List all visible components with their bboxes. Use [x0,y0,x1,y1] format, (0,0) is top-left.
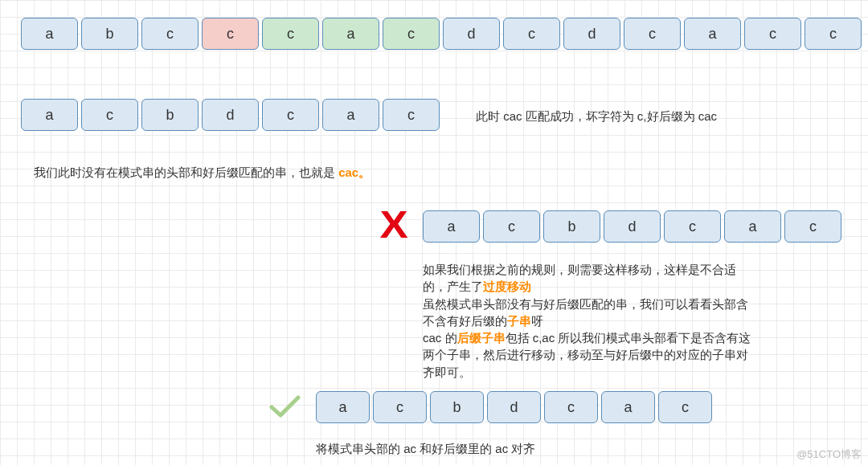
pattern2-cell-2: b [543,210,600,243]
text-string-cell-10: c [624,18,681,50]
text-string-cell-11: a [684,18,741,50]
pattern1-cell-3: d [202,99,259,131]
pattern3-cell-4: c [544,391,598,423]
pattern-row-correct-shift: acbdcac [316,391,712,423]
pattern3-cell-5: a [601,391,655,423]
pattern3-cell-3: d [487,391,541,423]
text-string-cell-8: c [503,18,560,50]
text-string-cell-6: c [383,18,440,50]
note-no-suffix-match-text: 我们此时没有在模式串的头部和好后缀匹配的串，也就是 [34,165,338,179]
watermark: @51CTO博客 [796,447,862,462]
pattern-row-wrong-shift: acbdcac [423,210,841,243]
cross-icon: X [379,202,407,247]
text-string-cell-5: a [322,18,379,50]
text-string-cell-0: a [21,18,78,50]
text-string-cell-2: c [141,18,199,50]
para-l5a: cac 的 [423,331,457,345]
text-string-cell-4: c [262,18,319,50]
pattern2-cell-5: a [724,210,781,243]
note-highlight-cac: cac。 [338,165,371,179]
text-string-cell-12: c [744,18,801,50]
pattern2-cell-1: c [483,210,540,243]
para-l2a: 的，产生了 [423,279,483,293]
text-string-cell-13: c [805,18,862,50]
para-l5c: 包括 c,ac 所以我们模式串头部看下是否含有这 [506,331,751,345]
pattern3-cell-2: b [430,391,484,423]
pattern-row-1: acbdcac [21,99,440,131]
pattern3-cell-1: c [373,391,427,423]
text-string-row: abcccacdcdcacc [21,18,862,50]
pattern1-cell-6: c [383,99,440,131]
text-string-cell-3: c [202,18,259,50]
pattern1-cell-2: b [141,99,199,131]
pattern1-cell-0: a [21,99,78,131]
pattern2-cell-0: a [423,210,480,243]
para-l6: 两个子串，然后进行移动，移动至与好后缀中的对应的子串对 [423,348,748,361]
pattern1-cell-5: a [322,99,379,131]
text-string-cell-9: d [563,18,620,50]
text-string-cell-7: d [443,18,500,50]
pattern2-cell-4: c [664,210,721,243]
para-l4a: 不含有好后缀的 [423,314,507,328]
pattern2-cell-3: d [604,210,661,243]
pattern3-cell-6: c [658,391,712,423]
bottom-note: 将模式串头部的 ac 和好后缀里的 ac 对齐 [316,440,535,459]
pattern1-cell-1: c [81,99,138,131]
pattern1-cell-4: c [262,99,319,131]
para-overshift: 过度移动 [483,279,531,293]
note-match-result: 此时 cac 匹配成功，坏字符为 c,好后缀为 cac [476,108,717,126]
pattern3-cell-0: a [316,391,370,423]
para-l7: 齐即可。 [423,365,471,379]
note-no-suffix-match: 我们此时没有在模式串的头部和好后缀匹配的串，也就是 cac。 [34,164,371,182]
para-suffix-substring: 后缀子串 [457,331,506,345]
para-l3: 虽然模式串头部没有与好后缀匹配的串，我们可以看看头部含 [423,297,748,311]
para-l4c: 呀 [531,314,543,328]
pattern2-cell-6: c [784,210,841,243]
para-substring: 子串 [507,314,531,328]
check-icon [269,394,301,418]
para-l1: 如果我们根据之前的规则，则需要这样移动，这样是不合适 [423,263,736,276]
text-string-cell-1: b [81,18,138,50]
explanation-paragraph: 如果我们根据之前的规则，则需要这样移动，这样是不合适 的，产生了过度移动 虽然模… [423,261,841,381]
